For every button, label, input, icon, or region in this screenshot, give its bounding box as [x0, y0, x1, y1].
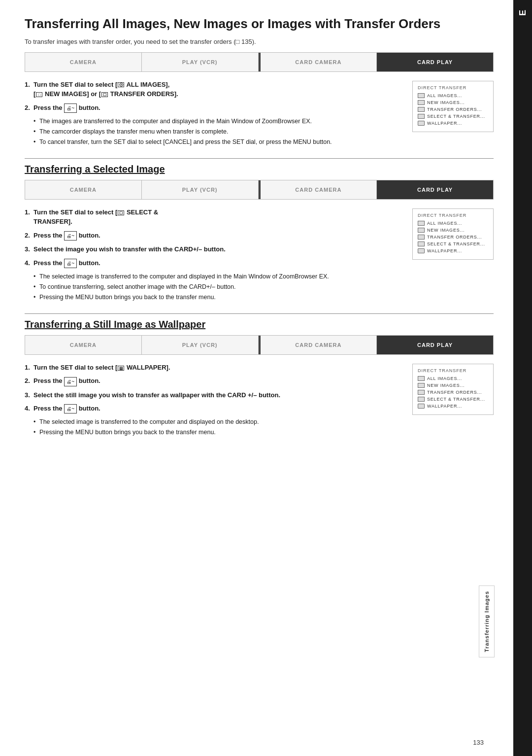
- step-1-1: 1. Turn the SET dial to select [🖸 ALL IM…: [25, 80, 402, 99]
- bullet-3-1: The selected image is transferred to the…: [33, 417, 402, 426]
- page-number: 133: [473, 739, 484, 746]
- menu-item-1-1: ALL IMAGES...: [418, 93, 488, 98]
- section3-steps: 1. Turn the SET dial to select [▤ WALLPA…: [25, 363, 402, 440]
- menu-icon-1-2: [418, 100, 425, 105]
- menu-item-2-4: SELECT & TRANSFER...: [418, 241, 488, 246]
- mode-card-play-3: CARD PLAY: [377, 336, 493, 354]
- menu-icon-3-1: [418, 376, 425, 381]
- bullet-1-2: The camcorder displays the transfer menu…: [33, 127, 402, 136]
- intro-text: To transfer images with transfer order, …: [25, 38, 494, 45]
- menu-icon-3-2: [418, 383, 425, 388]
- step-3-1: 1. Turn the SET dial to select [▤ WALLPA…: [25, 363, 402, 373]
- menu-item-1-2: NEW IMAGES...: [418, 100, 488, 105]
- mode-card-play-1: CARD PLAY: [377, 53, 493, 71]
- menu-screenshot-3: DIRECT TRANSFER ALL IMAGES... NEW IMAGES…: [412, 364, 494, 415]
- menu-title-3: DIRECT TRANSFER: [418, 368, 488, 373]
- menu-item-1-3: TRANSFER ORDERS...: [418, 107, 488, 112]
- menu-title-2: DIRECT TRANSFER: [418, 213, 488, 218]
- mode-bar-2: CAMERA PLAY (VCR) CARD CAMERA CARD PLAY: [25, 180, 494, 200]
- mode-bar-3: CAMERA PLAY (VCR) CARD CAMERA CARD PLAY: [25, 335, 494, 355]
- step-3-3: 3. Select the still image you wish to tr…: [25, 390, 402, 400]
- section2-body: 1. Turn the SET dial to select [☐ SELECT…: [25, 207, 494, 305]
- menu-item-2-1: ALL IMAGES...: [418, 221, 488, 226]
- menu-icon-1-1: [418, 93, 425, 98]
- menu-icon-3-5: [418, 404, 425, 409]
- bullet-2-1: The selected image is transferred to the…: [33, 272, 402, 281]
- step-2-2: 2. Press the 🖨~ button.: [25, 231, 402, 241]
- bullet-1-3: To cancel transfer, turn the SET dial to…: [33, 137, 402, 146]
- menu-icon-2-1: [418, 221, 425, 226]
- mode-camera-1: CAMERA: [25, 53, 142, 71]
- bullet-1-1: The images are transferred to the comput…: [33, 117, 402, 126]
- menu-icon-1-5: [418, 121, 425, 126]
- menu-icon-2-2: [418, 228, 425, 233]
- menu-screenshot-2: DIRECT TRANSFER ALL IMAGES... NEW IMAGES…: [412, 208, 494, 260]
- mode-card-camera-1: CARD CAMERA: [261, 53, 377, 71]
- section2-title: Transferring a Selected Image: [25, 164, 494, 175]
- menu-icon-3-4: [418, 397, 425, 402]
- mode-card-camera-3: CARD CAMERA: [261, 336, 377, 354]
- menu-item-3-3: TRANSFER ORDERS...: [418, 390, 488, 395]
- mode-bar-1: CAMERA PLAY (VCR) CARD CAMERA CARD PLAY: [25, 52, 494, 72]
- menu-item-3-2: NEW IMAGES...: [418, 383, 488, 388]
- transferring-images-label: Transferring Images: [484, 591, 490, 652]
- step-2-4: 4. Press the 🖨~ button.: [25, 258, 402, 268]
- menu-icon-2-3: [418, 235, 425, 240]
- mode-camera-2: CAMERA: [25, 180, 142, 199]
- menu-item-2-3: TRANSFER ORDERS...: [418, 235, 488, 240]
- menu-item-2-5: WALLPAPER...: [418, 248, 488, 253]
- menu-item-3-5: WALLPAPER...: [418, 404, 488, 409]
- section3-body: 1. Turn the SET dial to select [▤ WALLPA…: [25, 363, 494, 440]
- side-tab-e-container: E: [513, 0, 532, 756]
- menu-title-1: DIRECT TRANSFER: [418, 85, 488, 90]
- menu-item-1-5: WALLPAPER...: [418, 121, 488, 126]
- page-title: Transferring All Images, New Images or I…: [25, 16, 494, 32]
- menu-icon-3-3: [418, 390, 425, 395]
- section1-body: 1. Turn the SET dial to select [🖸 ALL IM…: [25, 80, 494, 149]
- step-3-4: 4. Press the 🖨~ button.: [25, 404, 402, 413]
- mode-camera-3: CAMERA: [25, 336, 142, 354]
- step-2-3: 3. Select the image you wish to transfer…: [25, 244, 402, 254]
- menu-icon-2-5: [418, 248, 425, 253]
- menu-item-1-4: SELECT & TRANSFER...: [418, 114, 488, 119]
- section2-bullets: The selected image is transferred to the…: [33, 272, 402, 302]
- menu-icon-1-3: [418, 107, 425, 112]
- step-1-2: 2. Press the 🖨~ button.: [25, 103, 402, 113]
- divider-3: [25, 313, 494, 314]
- section3-title: Transferring a Still Image as Wallpaper: [25, 319, 494, 330]
- mode-play-vcr-3: PLAY (VCR): [142, 336, 259, 354]
- section1-steps: 1. Turn the SET dial to select [🖸 ALL IM…: [25, 80, 402, 149]
- menu-item-3-4: SELECT & TRANSFER...: [418, 397, 488, 402]
- menu-item-3-1: ALL IMAGES...: [418, 376, 488, 381]
- mode-card-play-2: CARD PLAY: [377, 180, 493, 199]
- mode-play-vcr-1: PLAY (VCR): [142, 53, 259, 71]
- mode-play-vcr-2: PLAY (VCR): [142, 180, 259, 199]
- bullet-2-3: Pressing the MENU button brings you back…: [33, 293, 402, 302]
- step-2-1: 1. Turn the SET dial to select [☐ SELECT…: [25, 207, 402, 227]
- menu-icon-1-4: [418, 114, 425, 119]
- section3-bullets: The selected image is transferred to the…: [33, 417, 402, 437]
- divider-2: [25, 158, 494, 159]
- menu-item-2-2: NEW IMAGES...: [418, 228, 488, 233]
- transferring-images-tab: Transferring Images: [479, 585, 495, 657]
- menu-screenshot-1: DIRECT TRANSFER ALL IMAGES... NEW IMAGES…: [412, 81, 494, 132]
- section1-bullets: The images are transferred to the comput…: [33, 117, 402, 146]
- side-tab-e-label: E: [518, 5, 528, 20]
- mode-card-camera-2: CARD CAMERA: [261, 180, 377, 199]
- step-3-2: 2. Press the 🖨~ button.: [25, 376, 402, 386]
- bullet-2-2: To continue transferring, select another…: [33, 282, 402, 291]
- menu-icon-2-4: [418, 241, 425, 246]
- section2-steps: 1. Turn the SET dial to select [☐ SELECT…: [25, 207, 402, 305]
- bullet-3-2: Pressing the MENU button brings you back…: [33, 428, 402, 437]
